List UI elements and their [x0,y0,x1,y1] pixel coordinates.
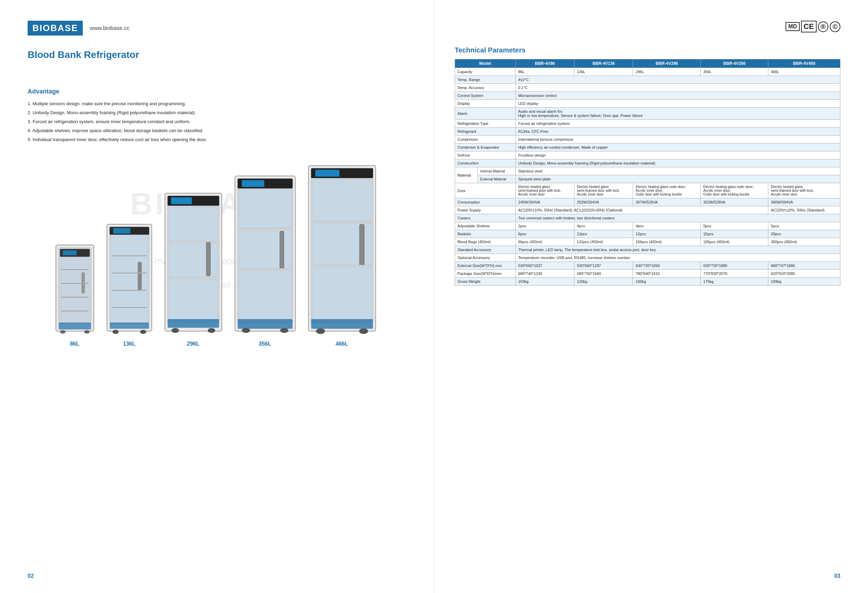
val-temp-range: 4±2°C [515,76,840,84]
param-gross-weight: Gross Weight [455,278,516,286]
svg-rect-61 [311,265,373,266]
val-power-supply-main: AC220V±10%, 50Hz (Standard); AC110/220V,… [515,206,768,214]
svg-point-11 [60,330,66,333]
val-pkg-466: 820*910*2080 [768,270,840,278]
val-capacity-136: 136L [574,68,633,76]
svg-rect-7 [61,283,89,284]
svg-rect-36 [168,319,219,328]
svg-point-51 [280,328,288,333]
svg-rect-19 [112,255,147,256]
val-baskets-86: 6pcs [515,230,574,238]
param-compressor: Compressor [455,136,516,143]
cert-icons: MD CE ® © [785,21,840,32]
advantage-title: Advantage [28,88,413,95]
val-consumption-466: 380W/594VA [768,198,840,206]
val-door-356: Electric heating glass outer door; Acryl… [701,183,768,198]
param-consumption: Consumption [455,198,516,206]
val-ext-296: 630*720*1658 [633,262,701,270]
label-296l: 296L [187,341,199,347]
param-external-size: External Size(W*D*H) mm [455,262,516,270]
param-temp-range: Temp. Range [455,76,516,84]
page: BIOBASE www.biobase.cc Blood Bank Refrig… [0,0,868,593]
param-refrigeration-type: Refrigeration Type [455,120,516,128]
val-shelves-356: 5pcs [701,222,768,230]
val-door-296: Electric heating glass outer door; Acryl… [633,183,701,198]
cert-circle1: ® [818,21,829,32]
cert-circle2: © [830,21,840,32]
val-shelves-86: 2pcs [515,222,574,230]
row-optional-accessory: Optional Accessory Temperature recorder,… [455,254,840,262]
param-door: Door [455,183,516,198]
alarm-line1: Audio and visual alarm for: [518,109,838,114]
val-pkg-136: 685*750*1560 [574,270,633,278]
svg-rect-9 [61,310,89,311]
tech-table: Model BBR-4V86 BBR-4V136 BBR-4V296 BBR-4… [455,59,840,286]
svg-point-50 [242,328,250,333]
val-door-86: Electric heated glass semi-foamed door w… [515,183,574,198]
val-consumption-296: 267W/528VA [633,198,701,206]
svg-rect-48 [238,268,292,270]
param-construction: Construction [455,159,516,167]
val-bags-136: 132pcs (450ml) [574,238,633,246]
advantage-section: Advantage 1. Multiple sensors design: ma… [28,88,413,144]
val-capacity-86: 86L [515,68,574,76]
val-alarm: Audio and visual alarm for: High or low … [515,108,840,120]
param-display: Display [455,100,516,108]
row-external-size: External Size(W*D*H) mm 530*660*1037 530… [455,262,840,270]
param-refrigerant: Refrigerant [455,128,516,136]
row-compressor: Compressor International famous compress… [455,136,840,143]
svg-rect-8 [61,296,89,298]
param-material: Material [455,167,478,183]
row-consumption: Consumption 245W/264VA 252W/264VA 267W/5… [455,198,840,206]
th-bbr4v136: BBR-4V136 [574,59,633,68]
website-url: www.biobase.cc [90,25,129,31]
row-package-size: Package Size(W*D*H)mm 680*740*1330 685*7… [455,270,840,278]
val-baskets-296: 12pcs [633,230,701,238]
cert-ce: CE [801,21,816,32]
cert-md: MD [785,22,800,31]
svg-rect-30 [169,279,218,321]
val-external-material: Sprayed steel plate [515,175,840,183]
val-construction: Unibody Design, Mono-assembly foaming (R… [515,159,840,167]
param-internal-material: Internal Material [478,167,516,175]
val-standard-accessory: Thermal printer, LED lamp, The temperatu… [515,246,840,254]
products-row: 86L [52,162,379,347]
param-power-supply: Power Supply [455,206,516,214]
val-pkg-296: 780*840*1910 [633,270,701,278]
param-blood-bags: Blood Bags (450ml) [455,238,516,246]
header-left: BIOBASE www.biobase.cc [28,21,129,35]
tech-params-section: Technical Parameters Model BBR-4V86 BBR-… [455,46,840,286]
row-control-system: Control System Microprocessor control [455,92,840,100]
fridge-svg-296l [161,190,225,338]
val-weight-296: 160kg [633,278,701,286]
row-construction: Construction Unibody Design, Mono-assemb… [455,159,840,167]
val-ext-136: 530*660*1287 [574,262,633,270]
row-material-external: External Material Sprayed steel plate [455,175,840,183]
svg-rect-17 [113,228,130,233]
val-ext-356: 630*720*1886 [701,262,768,270]
svg-rect-46 [280,231,284,269]
row-power-supply: Power Supply AC220V±10%, 50Hz (Standard)… [455,206,840,214]
svg-point-64 [359,328,368,334]
svg-rect-35 [168,277,219,279]
product-136l: 136L [103,221,155,347]
val-bags-466: 300pcs (450ml) [768,238,840,246]
svg-point-25 [140,330,146,334]
val-temp-accuracy: 0.1°C [515,84,840,92]
svg-rect-23 [110,323,149,329]
param-condenser: Condenser & Evaporator [455,143,516,152]
svg-rect-28 [169,207,218,242]
val-shelves-466: 5pcs [768,222,840,230]
val-shelves-296: 4pcs [633,222,701,230]
val-baskets-136: 12pcs [574,230,633,238]
val-pkg-356: 770*830*2070 [701,270,768,278]
fridge-svg-356l [232,173,299,338]
alarm-line2: High or low temperature, Sensor & system… [518,114,838,118]
svg-rect-45 [242,180,264,187]
svg-rect-56 [313,267,372,319]
param-adjustable-shelves: Adjustable Shelves [455,222,516,230]
val-casters: Two universal casters with brakes, two d… [515,214,840,222]
val-optional-accessory: Temperature recorder, USB port, RS485, I… [515,254,840,262]
advantage-item-2: 2. Unibody Design, Mono-assembly foaming… [28,108,413,117]
svg-rect-41 [239,190,291,228]
